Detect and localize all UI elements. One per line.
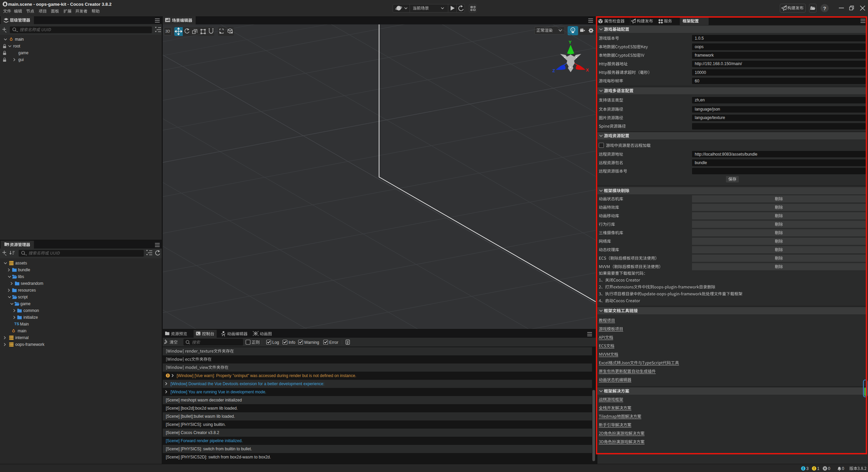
svg-text:?: ? — [823, 5, 826, 11]
